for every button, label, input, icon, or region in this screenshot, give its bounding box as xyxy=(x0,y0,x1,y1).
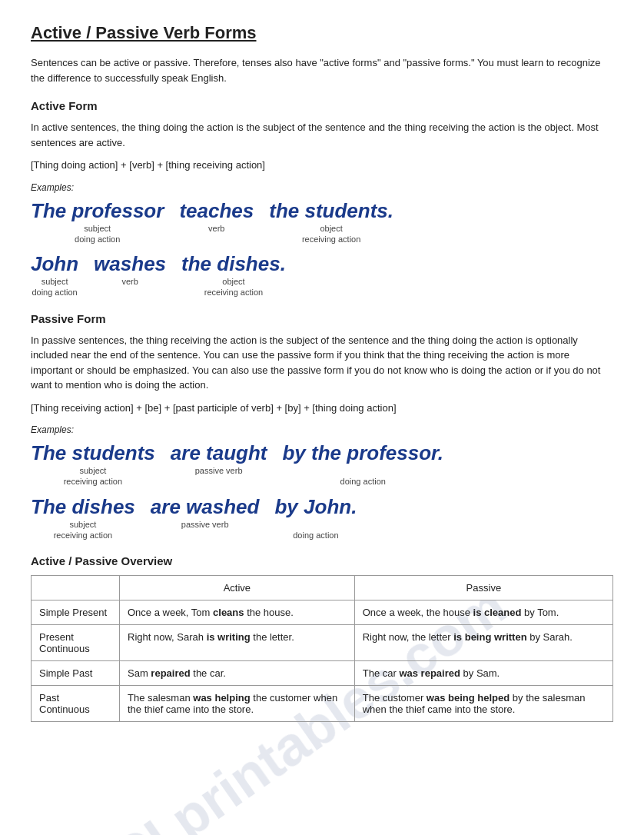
overview-heading: Active / Passive Overview xyxy=(31,554,613,567)
passive-present-continuous: Right now, the letter is being written b… xyxy=(354,625,612,661)
active-examples-container: The professor subjectdoing action teache… xyxy=(31,199,613,298)
table-row: Simple Past Sam repaired the car. The ca… xyxy=(32,661,613,686)
active-example-2: John subjectdoing action washes verb the… xyxy=(31,252,613,298)
header-tense xyxy=(32,576,120,600)
active-ex1-subject-label: subjectdoing action xyxy=(75,223,120,245)
tense-present-continuous: Present Continuous xyxy=(32,625,120,661)
passive-ex1-subject-label: subjectreceiving action xyxy=(64,465,122,487)
passive-ex2-doer-label: doing action xyxy=(293,519,338,541)
active-ex1-subject: The professor subjectdoing action xyxy=(31,199,164,245)
passive-ex2-verb: are washed passive verb xyxy=(151,495,260,530)
active-ex2-verb-word: washes xyxy=(94,252,166,276)
passive-examples-container: The students subjectreceiving action are… xyxy=(31,441,613,541)
passive-simple-past: The car was repaired by Sam. xyxy=(354,661,612,686)
tense-past-continuous: Past Continuous xyxy=(32,686,120,722)
active-ex2-subject-label: subjectdoing action xyxy=(32,276,77,298)
active-simple-present: Once a week, Tom cleans the house. xyxy=(120,600,355,625)
intro-text: Sentences can be active or passive. Ther… xyxy=(31,55,613,85)
passive-ex2-subject: The dishes subjectreceiving action xyxy=(31,495,135,541)
passive-simple-present: Once a week, the house is cleaned by Tom… xyxy=(354,600,612,625)
passive-ex1-subject: The students subjectreceiving action xyxy=(31,441,155,487)
table-row: Simple Present Once a week, Tom cleans t… xyxy=(32,600,613,625)
page-title: Active / Passive Verb Forms xyxy=(31,23,613,43)
table-row: Present Continuous Right now, Sarah is w… xyxy=(32,625,613,661)
passive-ex2-verb-label: passive verb xyxy=(181,519,229,530)
active-ex2-object-label: objectreceiving action xyxy=(204,276,263,298)
passive-ex2-verb-word: are washed xyxy=(151,495,260,519)
passive-ex1-doer-word: by the professor. xyxy=(282,441,443,465)
passive-example-1: The students subjectreceiving action are… xyxy=(31,441,613,487)
active-ex1-verb: teaches verb xyxy=(179,199,254,234)
passive-ex1-verb-word: are taught xyxy=(171,441,267,465)
passive-form-heading: Passive Form xyxy=(31,312,613,325)
passive-ex2-subject-label: subjectreceiving action xyxy=(54,519,112,541)
active-ex2-object-word: the dishes. xyxy=(181,252,286,276)
passive-examples-label: Examples: xyxy=(31,423,613,437)
passive-ex1-doer-label: doing action xyxy=(340,465,386,487)
active-ex1-object: the students. objectreceiving action xyxy=(269,199,393,245)
active-present-continuous: Right now, Sarah is writing the letter. xyxy=(120,625,355,661)
active-ex2-object: the dishes. objectreceiving action xyxy=(181,252,286,298)
passive-ex1-verb-label: passive verb xyxy=(195,465,243,476)
active-ex1-subject-word: The professor xyxy=(31,199,164,223)
active-ex1-object-label: objectreceiving action xyxy=(302,223,360,245)
passive-ex1-verb: are taught passive verb xyxy=(171,441,267,476)
active-ex1-verb-label: verb xyxy=(208,223,224,234)
active-form-description: In active sentences, the thing doing the… xyxy=(31,120,613,150)
table-header-row: Active Passive xyxy=(32,576,613,600)
passive-example-2: The dishes subjectreceiving action are w… xyxy=(31,495,613,541)
active-past-continuous: The salesman was helping the customer wh… xyxy=(120,686,355,722)
passive-ex2-subject-word: The dishes xyxy=(31,495,135,519)
table-row: Past Continuous The salesman was helping… xyxy=(32,686,613,722)
active-ex2-verb: washes verb xyxy=(94,252,166,287)
passive-formula: [Thing receiving action] + [be] + [past … xyxy=(31,401,613,416)
tense-simple-present: Simple Present xyxy=(32,600,120,625)
passive-ex1-subject-word: The students xyxy=(31,441,155,465)
header-active: Active xyxy=(120,576,355,600)
active-ex1-verb-word: teaches xyxy=(179,199,254,223)
active-ex2-subject-word: John xyxy=(31,252,78,276)
active-simple-past: Sam repaired the car. xyxy=(120,661,355,686)
passive-ex2-doer-word: by John. xyxy=(274,495,357,519)
tense-simple-past: Simple Past xyxy=(32,661,120,686)
active-ex2-subject: John subjectdoing action xyxy=(31,252,78,298)
passive-form-description: In passive sentences, the thing receivin… xyxy=(31,333,613,393)
active-form-heading: Active Form xyxy=(31,99,613,112)
active-examples-label: Examples: xyxy=(31,181,613,195)
overview-table: Active Passive Simple Present Once a wee… xyxy=(31,575,613,722)
active-ex2-verb-label: verb xyxy=(121,276,138,287)
active-formula: [Thing doing action] + [verb] + [thing r… xyxy=(31,158,613,173)
passive-past-continuous: The customer was being helped by the sal… xyxy=(354,686,612,722)
header-passive: Passive xyxy=(354,576,612,600)
passive-ex1-doer: by the professor. doing action xyxy=(282,441,443,487)
passive-ex2-doer: by John. doing action xyxy=(274,495,357,541)
active-example-1: The professor subjectdoing action teache… xyxy=(31,199,613,245)
active-ex1-object-word: the students. xyxy=(269,199,393,223)
